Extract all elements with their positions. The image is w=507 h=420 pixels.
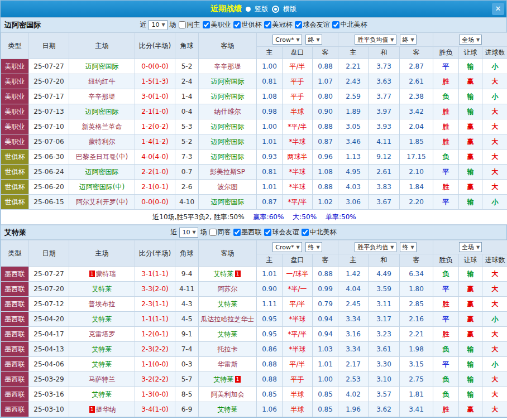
- checkbox-中北美杯[interactable]: [302, 229, 309, 236]
- home-team-name[interactable]: 巴黎圣日耳曼(中): [76, 153, 128, 161]
- league-type: 墨西联: [1, 372, 29, 387]
- europe-avg-select[interactable]: 胜平负均值▼: [355, 35, 396, 45]
- away-team-name[interactable]: 艾特莱: [218, 330, 238, 338]
- home-team-name[interactable]: 迈阿密国际(中): [79, 183, 125, 191]
- filter-checkbox-世俱杯[interactable]: 世俱杯: [233, 20, 262, 30]
- away-team-name[interactable]: 迈阿密国际: [211, 138, 245, 146]
- away-team-name[interactable]: 瓜达拉哈拉芝华士: [201, 315, 255, 323]
- odds-handicap: 半球: [283, 402, 313, 417]
- score-cell: 3-2(2-2): [135, 372, 175, 387]
- checkbox-球会友谊[interactable]: [295, 21, 302, 28]
- home-team-name[interactable]: 普埃布拉: [89, 300, 116, 308]
- chevron-down-icon: ▼: [411, 37, 414, 42]
- away-team-name[interactable]: 托拉卡: [218, 345, 238, 353]
- home-team-name[interactable]: 艾特莱: [92, 345, 112, 353]
- radio-horizontal-layout[interactable]: [272, 6, 279, 13]
- checkbox-世俱杯[interactable]: [233, 21, 241, 28]
- corners-cell: 8-5: [175, 387, 199, 402]
- filter-checkbox-美职业[interactable]: 美职业: [203, 20, 231, 30]
- radio-horizontal-label[interactable]: 横版: [283, 4, 296, 14]
- odds-time-select[interactable]: 终▼: [305, 35, 322, 45]
- home-team-name[interactable]: 新英格兰革命: [82, 123, 122, 131]
- odds-home: 1.11: [257, 297, 283, 312]
- europe-avg-select[interactable]: 胜平负均值▼: [355, 242, 396, 252]
- filter-checkbox-同客[interactable]: 同客: [209, 228, 231, 237]
- filter-checkbox-墨西联[interactable]: 墨西联: [233, 228, 262, 237]
- checkbox-同主[interactable]: [179, 21, 186, 28]
- away-team-name[interactable]: 华雷斯: [218, 360, 238, 368]
- away-team-name[interactable]: 迈阿密国际: [211, 198, 245, 206]
- scope-select[interactable]: 全场▼: [459, 35, 482, 45]
- home-team-name[interactable]: 艾特莱: [92, 285, 112, 293]
- bookmaker-select[interactable]: Crow*▼: [272, 242, 302, 252]
- radio-vertical-label[interactable]: 竖版: [255, 4, 268, 14]
- checkbox-中北美杯[interactable]: [332, 21, 339, 28]
- home-team-cell: 阿尔艾利开罗(中): [69, 195, 135, 210]
- col-header-corner: 角球: [175, 33, 199, 59]
- home-team-name[interactable]: 克雷塔罗: [89, 330, 116, 338]
- checkbox-同客[interactable]: [209, 229, 217, 236]
- away-team-name[interactable]: 彭美拉斯SP: [210, 168, 245, 176]
- filter-checkbox-球会友谊[interactable]: 球会友谊: [295, 20, 330, 30]
- filter-checkbox-中北美杯[interactable]: 中北美杯: [332, 20, 367, 30]
- match-count-select[interactable]: 10▼: [149, 20, 167, 30]
- asian-odds-group: Crow*▼终▼: [257, 33, 338, 47]
- away-team-name[interactable]: 波尔图: [218, 183, 238, 191]
- home-team-name[interactable]: 阿尔艾利开罗(中): [76, 198, 128, 206]
- filter-checkbox-球会友谊[interactable]: 球会友谊: [264, 228, 299, 237]
- away-team-name[interactable]: 艾特莱: [214, 270, 234, 278]
- home-team-name[interactable]: 迈阿密国际: [85, 62, 119, 70]
- away-team-cell: 托拉卡: [199, 342, 257, 357]
- away-team-name[interactable]: 迈阿密国际: [211, 153, 245, 161]
- summary-cell: 近10场,胜5平3负2, 胜率:50%赢率:60%大:50%单率:50%: [1, 210, 507, 225]
- away-team-name[interactable]: 艾特莱: [218, 405, 238, 413]
- filter-checkbox-美冠杯[interactable]: 美冠杯: [264, 20, 293, 30]
- checkbox-墨西联[interactable]: [233, 229, 241, 236]
- radio-vertical-layout[interactable]: [246, 7, 251, 12]
- away-team-name[interactable]: 阿苏尔: [218, 285, 238, 293]
- away-team-name[interactable]: 辛辛那堤: [214, 62, 241, 70]
- home-team-name[interactable]: 纽约红牛: [89, 78, 116, 85]
- checkbox-label: 美冠杯: [272, 20, 293, 30]
- home-team-name[interactable]: 蒙特利尔: [89, 138, 116, 146]
- away-team-cell: 迈阿密国际: [199, 119, 257, 134]
- checkbox-美冠杯[interactable]: [264, 21, 271, 28]
- away-team-name[interactable]: 艾特莱: [218, 300, 238, 308]
- filter-checkbox-中北美杯[interactable]: 中北美杯: [302, 228, 337, 237]
- home-team-name[interactable]: 迈阿密国际: [85, 168, 119, 176]
- home-team-name[interactable]: 迈阿密国际: [85, 108, 119, 115]
- home-team-name[interactable]: 马萨特兰: [89, 375, 116, 383]
- sub-header-8: 进球数: [482, 47, 507, 59]
- filter-checkbox-同主[interactable]: 同主: [179, 20, 200, 30]
- home-team-name[interactable]: 蒙特瑞: [96, 270, 116, 278]
- away-team-name[interactable]: 艾特莱: [214, 375, 234, 383]
- match-row: 墨西联25-07-271蒙特瑞3-1(1-1)9-4艾特莱11.01一/球半0.…: [1, 267, 507, 282]
- checkbox-label: 同客: [218, 228, 231, 237]
- europe-time-select[interactable]: 终▼: [400, 35, 417, 45]
- home-team-name[interactable]: 艾特莱: [92, 360, 112, 368]
- odds-time-select[interactable]: 终▼: [305, 242, 322, 252]
- close-button[interactable]: ✕: [492, 3, 504, 15]
- result-wdl: 平: [433, 195, 459, 210]
- away-team-name[interactable]: 迈阿密国际: [211, 78, 245, 85]
- bookmaker-select[interactable]: Crow*▼: [272, 35, 302, 45]
- away-team-name[interactable]: 迈阿密国际: [211, 93, 245, 100]
- home-team-name[interactable]: 辛辛那堤: [89, 93, 116, 100]
- league-type: 墨西联: [1, 297, 29, 312]
- checkbox-美职业[interactable]: [203, 21, 210, 28]
- odds-away: 0.87: [313, 134, 338, 149]
- match-count-select[interactable]: 10▼: [179, 228, 198, 238]
- away-team-name[interactable]: 纳什维尔: [214, 108, 241, 115]
- avg-home: 3.34: [338, 312, 369, 327]
- away-team-name[interactable]: 阿美利加会: [211, 390, 245, 398]
- home-team-name[interactable]: 艾特莱: [92, 390, 112, 398]
- sub-header-5: 客: [400, 47, 433, 59]
- result-handicap: 输: [459, 387, 482, 402]
- scope-select[interactable]: 全场▼: [459, 242, 482, 252]
- checkbox-球会友谊[interactable]: [264, 229, 271, 236]
- home-team-name[interactable]: 提华纳: [96, 405, 116, 413]
- result-overunder: 小: [482, 89, 507, 104]
- home-team-name[interactable]: 艾特莱: [92, 315, 112, 323]
- europe-time-select[interactable]: 终▼: [400, 242, 417, 252]
- away-team-name[interactable]: 迈阿密国际: [211, 123, 245, 131]
